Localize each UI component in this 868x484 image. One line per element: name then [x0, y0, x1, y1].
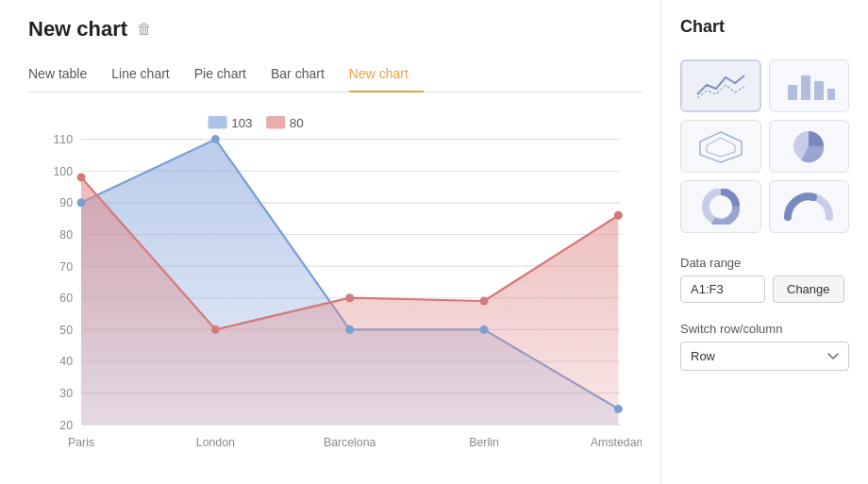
svg-text:50: 50 [59, 324, 73, 337]
tab-line-chart[interactable]: Line chart [111, 58, 184, 92]
row-column-select[interactable]: Row Column [680, 342, 849, 371]
half-donut-icon [780, 189, 837, 225]
s1-point-barcelona [345, 325, 354, 334]
chart-type-half-donut[interactable] [769, 180, 850, 233]
s2-point-paris [77, 173, 86, 181]
svg-text:60: 60 [59, 292, 73, 305]
svg-text:110: 110 [54, 133, 74, 146]
svg-text:30: 30 [59, 387, 73, 400]
tabs-bar: New table Line chart Pie chart Bar chart… [28, 58, 642, 92]
svg-marker-34 [707, 138, 735, 157]
tab-new-table[interactable]: New table [28, 58, 102, 92]
main-container: New chart 🗑 New table Line chart Pie cha… [0, 0, 868, 484]
svg-text:80: 80 [59, 228, 73, 242]
s1-point-london [211, 135, 220, 143]
svg-text:70: 70 [59, 260, 73, 274]
svg-text:90: 90 [59, 196, 73, 209]
s1-point-paris [77, 198, 86, 207]
s2-point-london [211, 325, 220, 334]
chart-type-pie[interactable] [769, 120, 850, 173]
panel-title: Chart [680, 17, 849, 37]
chart-type-line[interactable] [680, 59, 761, 112]
svg-text:103: 103 [231, 116, 252, 130]
switch-row-col-section: Switch row/column Row Column [680, 316, 849, 371]
svg-rect-31 [814, 81, 824, 100]
tab-new-chart[interactable]: New chart [349, 58, 424, 92]
svg-text:London: London [196, 436, 235, 449]
svg-text:80: 80 [290, 116, 304, 130]
svg-text:Berlin: Berlin [469, 436, 499, 449]
trash-icon[interactable]: 🗑 [137, 21, 152, 38]
s2-point-barcelona [345, 293, 354, 302]
chart-type-donut[interactable] [680, 180, 761, 233]
svg-text:Paris: Paris [68, 436, 94, 449]
switch-row-col-label: Switch row/column [680, 322, 849, 336]
svg-text:100: 100 [54, 165, 74, 178]
page-header: New chart 🗑 [28, 17, 642, 42]
s1-point-berlin [480, 325, 489, 334]
tab-pie-chart[interactable]: Pie chart [194, 58, 261, 92]
bar-chart-icon [780, 68, 837, 104]
chart-type-bar[interactable] [769, 59, 850, 112]
radar-chart-icon [693, 128, 749, 164]
s1-point-amstedam [614, 405, 623, 413]
tab-bar-chart[interactable]: Bar chart [271, 58, 340, 92]
svg-text:Amstedam: Amstedam [591, 436, 642, 449]
chart-type-radar[interactable] [680, 120, 761, 173]
svg-rect-29 [788, 85, 797, 100]
data-range-label: Data range [680, 256, 849, 270]
svg-text:20: 20 [59, 419, 73, 432]
svg-rect-30 [801, 75, 810, 100]
pie-chart-icon [780, 128, 837, 164]
svg-rect-32 [827, 89, 835, 100]
s2-point-amstedam [614, 211, 623, 220]
svg-rect-2 [266, 116, 285, 128]
donut-chart-icon [693, 189, 749, 225]
chart-area: 103 80 110 100 [28, 100, 642, 475]
s2-point-berlin [480, 297, 489, 306]
svg-text:Barcelona: Barcelona [324, 436, 376, 449]
svg-rect-0 [209, 116, 227, 128]
page-title: New chart [28, 17, 127, 42]
chart-svg: 103 80 110 100 [28, 100, 642, 475]
data-range-row: Change [680, 275, 849, 303]
line-chart-icon [693, 68, 749, 104]
right-panel: Chart [660, 0, 868, 484]
chart-type-grid [680, 59, 849, 233]
data-range-section: Data range Change [680, 256, 849, 303]
svg-text:40: 40 [59, 355, 73, 368]
left-panel: New chart 🗑 New table Line chart Pie cha… [0, 0, 660, 484]
change-button[interactable]: Change [773, 275, 844, 303]
data-range-input[interactable] [680, 275, 765, 303]
